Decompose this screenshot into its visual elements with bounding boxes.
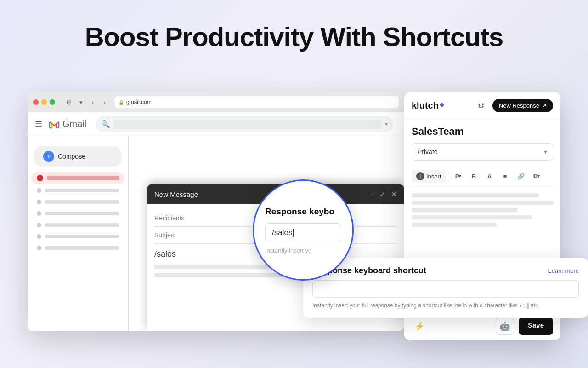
ai-robot-button[interactable]: 🤖 — [496, 317, 514, 335]
sidebar-dot-1 — [37, 188, 41, 193]
external-link-icon: ↗ — [542, 102, 547, 109]
copy-dropdown-icon: ▾ — [537, 174, 540, 178]
klutch-header: klutch ⚙ New Response ↗ — [404, 92, 560, 119]
magnifier-hint: Instantly insert yo — [265, 247, 341, 254]
shortcut-overlay: Response keyboard shortcut Learn more In… — [303, 258, 588, 318]
address-text: gmail.com — [126, 99, 152, 105]
close-compose-button[interactable]: ✕ — [391, 190, 397, 199]
compose-label: Compose — [58, 153, 85, 160]
traffic-green — [50, 99, 55, 105]
text-line-4 — [412, 215, 532, 219]
sidebar-item-4[interactable] — [31, 220, 124, 230]
search-placeholder — [114, 120, 381, 129]
text-line-5 — [412, 223, 497, 227]
text-line-2 — [412, 201, 553, 205]
paragraph-button[interactable]: P ▾ — [452, 170, 465, 183]
p-dropdown-icon: ▾ — [459, 174, 461, 178]
insert-plus-icon: + — [416, 172, 424, 180]
sidebar-bar-4 — [45, 223, 119, 227]
text-line-3 — [412, 208, 518, 212]
compose-window-actions: − ⤢ ✕ — [370, 190, 397, 199]
sidebar-item-2[interactable] — [31, 197, 124, 207]
dropdown-arrow-icon: ▾ — [544, 148, 547, 155]
gmail-label: Gmail — [62, 119, 86, 129]
shortcut-header-row: Response keyboard shortcut Learn more — [312, 266, 579, 276]
font-color-button[interactable]: A — [483, 170, 496, 183]
magnifier-typed-text: /sales — [272, 228, 292, 237]
compose-plus-icon: + — [43, 151, 54, 162]
dropdown-value: Private — [418, 148, 438, 155]
traffic-yellow — [41, 99, 47, 105]
inbox-label — [47, 176, 119, 180]
bold-icon: B — [472, 173, 476, 180]
sidebar-item-inbox[interactable] — [31, 172, 124, 184]
klutch-content: SalesTeam Private ▾ + Insert P ▾ B — [404, 119, 560, 238]
copy-icon: ⧉ — [533, 172, 537, 180]
minimize-button[interactable]: − — [370, 190, 374, 199]
save-button[interactable]: Save — [519, 317, 553, 335]
sidebar-item-3[interactable] — [31, 208, 124, 218]
nav-down-icon: ▾ — [76, 98, 85, 107]
link-button[interactable]: 🔗 — [514, 170, 527, 183]
copy-button[interactable]: ⧉ ▾ — [530, 170, 543, 183]
sidebar-dot-5 — [37, 234, 41, 239]
traffic-red — [33, 99, 39, 105]
forward-icon[interactable]: › — [100, 98, 109, 107]
inbox-dot — [37, 175, 43, 181]
expand-button[interactable]: ⤢ — [379, 190, 385, 199]
subject-label: Subject — [154, 231, 176, 239]
link-icon: 🔗 — [517, 173, 525, 180]
klutch-text-area[interactable] — [412, 191, 553, 232]
page-headline: Boost Productivity With Shortcuts — [85, 22, 503, 52]
gmail-sidebar: + Compose — [28, 136, 129, 331]
recipients-label: Recipients — [154, 214, 184, 222]
magnifier-inner: Response keybo /sales Instantly insert y… — [254, 197, 352, 263]
text-line-1 — [412, 193, 539, 197]
address-bar[interactable]: 🔒 gmail.com — [115, 96, 399, 108]
toolbar-separator-1 — [449, 172, 449, 181]
sidebar-item-6[interactable] — [31, 243, 124, 253]
shortcut-description: Instantly insert your full response by t… — [312, 301, 579, 310]
klutch-logo-text: klutch — [412, 100, 439, 111]
hamburger-menu-icon[interactable]: ☰ — [35, 119, 42, 129]
align-button[interactable]: ≡ — [499, 170, 512, 183]
settings-button[interactable]: ⚙ — [474, 98, 488, 112]
klutch-logo-dot — [440, 103, 444, 107]
klutch-logo: klutch — [412, 100, 444, 111]
lightning-button[interactable]: ⚡ — [412, 318, 427, 334]
sidebar-dot-4 — [37, 223, 41, 227]
sidebar-dot-2 — [37, 200, 41, 204]
bold-button[interactable]: B — [468, 170, 481, 183]
search-icon: 🔍 — [101, 120, 110, 128]
footer-actions: ⚡ 🤖 Save — [412, 317, 553, 335]
gmail-search-bar[interactable]: 🔍 ▾ — [96, 116, 393, 132]
sidebar-item-5[interactable] — [31, 231, 124, 242]
visibility-dropdown[interactable]: Private ▾ — [412, 143, 553, 161]
back-icon[interactable]: ‹ — [88, 98, 97, 107]
font-color-icon: A — [487, 173, 492, 180]
traffic-lights — [33, 99, 55, 105]
insert-button[interactable]: + Insert — [412, 170, 446, 183]
sidebar-dot-3 — [37, 211, 41, 216]
sidebar-bar-1 — [45, 189, 119, 192]
klutch-header-actions: ⚙ New Response ↗ — [474, 98, 553, 112]
sidebar-bar-6 — [45, 246, 119, 250]
browser-topbar: ⊞ ▾ ‹ › 🔒 gmail.com — [28, 92, 404, 112]
footer-right-actions: 🤖 Save — [496, 317, 553, 335]
learn-more-link[interactable]: Learn more — [548, 267, 579, 274]
new-response-label: New Response — [499, 102, 539, 109]
gear-icon: ⚙ — [478, 101, 484, 110]
sidebar-bar-2 — [45, 200, 119, 204]
content-area: ⊞ ▾ ‹ › 🔒 gmail.com ☰ — [28, 92, 560, 354]
magnifier-input: /sales — [265, 223, 341, 242]
shortcut-input[interactable] — [312, 280, 579, 298]
new-response-button[interactable]: New Response ↗ — [492, 99, 553, 112]
compose-button[interactable]: + Compose — [34, 146, 122, 167]
sidebar-item-1[interactable] — [31, 185, 124, 196]
browser-controls: ⊞ ▾ ‹ › — [64, 98, 109, 107]
compose-title: New Message — [154, 190, 198, 198]
gmail-m-icon — [48, 118, 61, 131]
sidebar-toggle-icon[interactable]: ⊞ — [64, 98, 74, 107]
klutch-toolbar: + Insert P ▾ B A ≡ 🔗 — [412, 166, 553, 187]
team-name: SalesTeam — [412, 126, 553, 138]
